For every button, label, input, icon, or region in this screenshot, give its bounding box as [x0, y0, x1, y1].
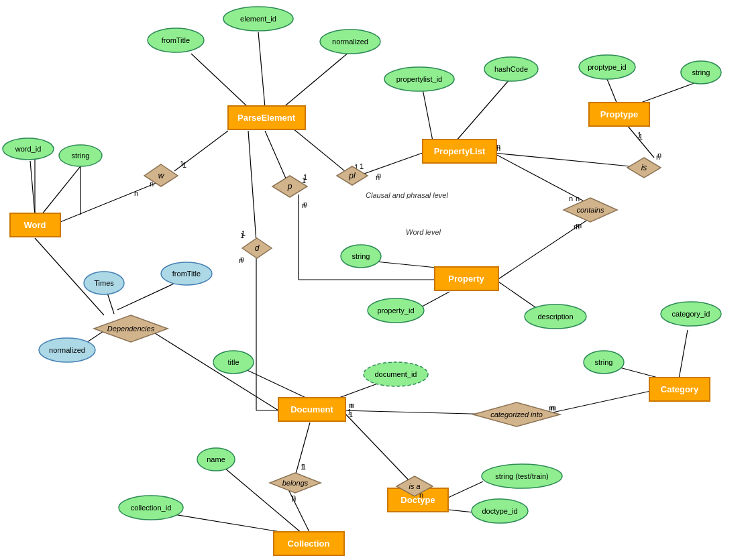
svg-line-42 [258, 32, 265, 107]
card-pl-n: n [376, 173, 380, 181]
card-w-1: 1 [180, 160, 184, 168]
card-cat-m: m [549, 404, 555, 412]
attr-times-label: Times [94, 279, 114, 287]
entity-doctype-label: Doctype [400, 495, 435, 505]
entity-parseelement-label: ParseElement [237, 113, 296, 123]
svg-line-20 [637, 82, 698, 104]
er-diagram: 1 n 1 n 1 n 1 n [0, 0, 750, 560]
attr-normalized-dep-label: normalized [49, 346, 85, 354]
attr-string-word-label: string [72, 152, 90, 160]
svg-line-44 [282, 52, 349, 109]
diagram-svg: 1 n 1 n 1 n 1 n [0, 0, 750, 560]
card-belongs-n: n [292, 495, 296, 503]
attr-fromtitle-pe-label: fromTitle [162, 36, 190, 44]
svg-line-38 [342, 410, 413, 484]
rel-d-label: d [255, 243, 260, 253]
rel-is-a-label: is a [409, 482, 420, 490]
attr-string-property-label: string [352, 252, 370, 260]
attr-document-id-label: document_id [375, 370, 417, 378]
attr-property-id-label: property_id [377, 306, 414, 315]
attr-title-label: title [227, 358, 239, 366]
rel-is-label: is [641, 163, 647, 172]
svg-line-18 [456, 79, 510, 141]
svg-line-19 [607, 79, 617, 104]
svg-line-15 [117, 280, 181, 310]
rel-belongs-label: belongs [282, 479, 309, 487]
card-is-n: n [496, 142, 500, 150]
svg-line-43 [191, 54, 248, 107]
attr-category-id-label: category_id [672, 310, 710, 318]
svg-line-32 [679, 330, 688, 379]
level-label-word: Word level [406, 228, 441, 236]
svg-line-4 [265, 131, 288, 184]
entity-proptype-label: Proptype [600, 109, 638, 119]
card-w-n: n [134, 189, 138, 197]
rel-dependencies-label: Dependencies [107, 325, 155, 333]
rel-categorized-into-label: categorized into [490, 410, 543, 418]
svg-line-31 [543, 391, 651, 414]
rel-pl-label: pl [348, 171, 356, 180]
card-isa-n: n [419, 491, 423, 499]
card-is-n2: n [656, 153, 660, 161]
card-d-1: 1 [242, 229, 246, 237]
cardinality-label: n [576, 194, 580, 203]
card-pl-1: 1 [360, 162, 364, 170]
svg-line-21 [493, 153, 644, 168]
attr-fromtitle-dep-label: fromTitle [172, 270, 201, 278]
card-d-n: n [239, 256, 243, 264]
card-isa-1: 1 [347, 408, 352, 416]
attr-normalized-pe-label: normalized [332, 38, 368, 46]
svg-line-9 [248, 131, 256, 241]
card-belongs-1: 1 [302, 463, 306, 471]
attr-collection-id-label: collection_id [131, 504, 172, 512]
attr-string-test-train-label: string (test/train) [495, 472, 548, 480]
entity-category-label: Category [661, 384, 699, 394]
card-contains-m: m [574, 223, 580, 231]
entity-document-label: Document [290, 404, 333, 414]
rel-w-label: w [158, 171, 165, 180]
card-contains-n: n [569, 194, 573, 203]
card-is-1: 1 [639, 133, 643, 141]
level-label-clausal: Clausal and phrasal level [366, 191, 448, 199]
svg-line-46 [42, 166, 81, 215]
svg-line-8 [362, 153, 423, 174]
attr-word-id-label: word_id [15, 145, 42, 153]
svg-line-13 [148, 329, 278, 410]
entity-propertylist-label: PropertyList [434, 146, 486, 156]
card-p-1: 1 [303, 173, 307, 181]
rel-p-label: p [287, 182, 292, 191]
entity-property-label: Property [448, 274, 484, 284]
attr-doctype-id-label: doctype_id [482, 507, 517, 515]
attr-element-id-label: element_id [240, 15, 276, 23]
svg-line-14 [107, 293, 114, 314]
attr-proptype-id-label: proptype_id [588, 63, 627, 71]
svg-line-28 [242, 368, 309, 399]
attr-propertylist-id-label: propertylist_id [396, 75, 442, 83]
svg-line-45 [30, 161, 35, 215]
card-p-n: n [303, 200, 307, 208]
attr-hashcode-label: hashCode [494, 65, 528, 73]
entity-collection-label: Collection [288, 539, 330, 549]
rel-contains-label: contains [577, 206, 604, 214]
attr-string-proptype-label: string [692, 68, 710, 76]
attr-string-category-label: string [595, 358, 613, 366]
attr-description-label: description [537, 313, 573, 321]
svg-line-17 [423, 89, 433, 141]
entity-word-label: Word [24, 220, 46, 230]
svg-line-2 [50, 181, 161, 226]
attr-name-label: name [207, 455, 225, 463]
